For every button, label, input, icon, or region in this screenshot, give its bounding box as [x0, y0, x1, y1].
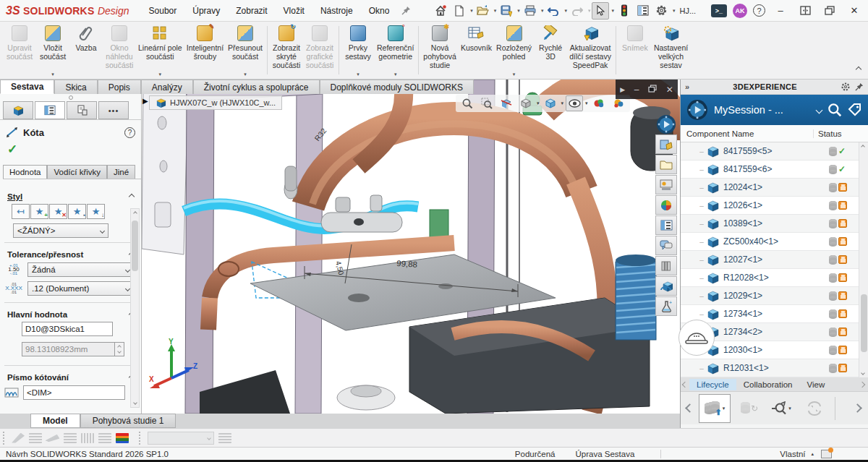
dimension-main-label[interactable]: 99,88 [396, 259, 418, 269]
component-row[interactable]: –8417559<6>✓ [681, 161, 868, 179]
tab-zivotni-cyklus[interactable]: Životní cyklus a spolupráce [193, 80, 320, 94]
col-component-name[interactable]: Component Name [681, 129, 813, 138]
forum-icon[interactable] [655, 236, 677, 255]
configurationmanager-tab[interactable] [67, 101, 97, 119]
appearances-icon[interactable] [655, 195, 677, 215]
menu-nastroje[interactable]: Nástroje [312, 0, 361, 22]
menu-soubor[interactable]: Soubor [141, 0, 185, 22]
doc-minimize-button[interactable]: – [634, 85, 639, 95]
design-library-icon[interactable] [655, 134, 677, 154]
tab-skica[interactable]: Skica [54, 80, 97, 94]
print-dropdown[interactable]: ▾ [541, 8, 544, 14]
toolbar-scroll-left-icon[interactable] [685, 403, 694, 413]
save-to-platform-button[interactable]: ⬆ ▾ [699, 394, 731, 423]
featuremanager-tree-tab[interactable] [3, 101, 33, 119]
print-icon[interactable] [522, 2, 539, 20]
tab-sestava[interactable]: Sestava [0, 80, 54, 94]
ribbon-mate[interactable]: Vazba [69, 22, 103, 79]
insert-component-dropdown[interactable]: ▾ [51, 72, 54, 77]
component-row[interactable]: –R12031<1> [681, 359, 868, 377]
heat-exchanger[interactable] [616, 254, 656, 340]
exploded-view-dropdown[interactable]: ▾ [513, 72, 516, 77]
restore-button[interactable] [820, 2, 839, 20]
assistant-hardhat-icon[interactable] [678, 320, 715, 356]
tolerance-section-header[interactable]: Tolerance/přesnost [0, 247, 141, 260]
session-dropdown-icon[interactable] [816, 106, 823, 114]
save-dropdown[interactable]: ▾ [517, 8, 520, 14]
tab-popis[interactable]: Popis [98, 80, 141, 94]
undo-icon[interactable] [545, 2, 562, 20]
ribbon-exploded-view[interactable]: Rozložený pohled ▾ [494, 22, 534, 79]
edit-appearance-icon[interactable] [590, 95, 608, 111]
select-dropdown[interactable]: ▾ [611, 8, 614, 14]
lab-flask-icon[interactable]: + [655, 296, 677, 316]
toolbar-scroll-right-icon[interactable] [853, 403, 862, 413]
component-row[interactable]: –10389<1> [681, 215, 868, 233]
help-icon[interactable]: ? [753, 4, 765, 17]
doc-close-button[interactable]: ✕ [666, 85, 673, 95]
open-icon[interactable] [475, 2, 492, 20]
options-dropdown[interactable]: ▾ [673, 8, 676, 14]
tag-icon[interactable] [848, 103, 862, 116]
zoom-area-icon[interactable] [478, 95, 495, 111]
doc-flyout-icon[interactable]: ▶ [620, 86, 625, 93]
panel-splitter-handle[interactable] [0, 94, 141, 101]
precision-select[interactable]: .12 (Dokument) [27, 281, 134, 296]
component-row[interactable]: –8417559<5>✓ [681, 142, 868, 161]
tab-vodici-krivky[interactable]: Vodící křivky [47, 165, 107, 179]
reference-geometry-dropdown[interactable]: ▾ [394, 72, 397, 77]
ribbon-large-assembly-settings[interactable]: Nastavení velkých sestav [652, 22, 690, 79]
assembly-features-dropdown[interactable]: ▾ [357, 72, 359, 77]
linear-pattern-dropdown[interactable]: ▾ [159, 72, 162, 77]
style-section-header[interactable]: Styl [0, 189, 141, 202]
view-orientation-icon[interactable] [517, 95, 535, 111]
ribbon-reference-geometry[interactable]: ° Referenční geometrie ▾ [375, 22, 416, 79]
hide-show-dropdown[interactable]: ▾ [585, 101, 588, 106]
dimension-text-section-header[interactable]: Písmo kótování [0, 370, 141, 383]
toolbar-grip[interactable] [3, 432, 6, 445]
layer-properties-icon[interactable] [116, 433, 129, 443]
menu-okno[interactable]: Okno [361, 0, 398, 22]
menu-vlozit[interactable]: Vložit [276, 0, 312, 22]
new-document-dropdown[interactable]: ▾ [470, 8, 473, 14]
ribbon-new-motion-study[interactable]: ✱ Nová pohybová studie [421, 22, 459, 79]
panel-help-icon[interactable]: ? [124, 127, 135, 138]
custom-properties-icon[interactable] [655, 215, 677, 235]
tolerance-select[interactable]: Žádná [27, 262, 134, 277]
hide-show-items-icon[interactable] [566, 95, 583, 111]
select-cursor-icon[interactable] [592, 2, 609, 20]
ribbon-bom[interactable]: Kusovník [459, 22, 494, 79]
library-books-icon[interactable] [655, 256, 677, 275]
tab-model[interactable]: Model [30, 414, 80, 428]
primary-value-section-header[interactable]: Hlavní hodnota [0, 307, 141, 320]
ribbon-collapse-button[interactable] [849, 57, 868, 79]
ribbon-assembly-features[interactable]: Prvky sestavy ▾ [341, 22, 375, 79]
file-explorer-icon[interactable] [655, 155, 677, 174]
featuremanager-flyout-icon[interactable]: ▶ [142, 97, 148, 105]
tab-jine[interactable]: Jiné [107, 165, 135, 179]
task-manager-icon[interactable] [634, 2, 652, 20]
console-icon[interactable]: >_ [711, 4, 727, 17]
compass-icon[interactable] [686, 99, 708, 121]
component-row[interactable]: –R12028<1> [681, 269, 868, 287]
ribbon-linear-pattern[interactable]: Lineární pole součásti ▾ [136, 22, 184, 79]
pin-menu-icon[interactable] [397, 2, 414, 20]
search-icon[interactable] [827, 103, 842, 117]
more-tabs-button[interactable]: ••• [98, 101, 129, 119]
tab-doplnkove-moduly[interactable]: Doplňkové moduly SOLIDWORKS [320, 80, 474, 94]
component-list-scrollbar[interactable] [859, 142, 868, 377]
options-gear-icon[interactable] [653, 2, 671, 20]
component-row[interactable]: –ZC500x40<1> [681, 233, 868, 251]
tab-lifecycle[interactable]: Lifecycle [689, 379, 736, 390]
spinner-arrows[interactable] [114, 342, 124, 356]
tab-collaboration[interactable]: Collaboration [736, 379, 800, 390]
open-dropdown[interactable]: ▾ [494, 8, 497, 14]
dimension-value-spinner[interactable] [22, 342, 124, 356]
component-row[interactable]: –12029<1> [681, 287, 868, 305]
display-style-dropdown[interactable]: ▾ [561, 101, 564, 106]
panel-pin-icon[interactable] [855, 82, 864, 91]
ribbon-instant3d[interactable]: Rychlé 3D [534, 22, 567, 79]
home-icon[interactable] [432, 2, 449, 20]
panel-scrollbar[interactable] [130, 208, 140, 408]
status-units[interactable]: Vlastní [780, 450, 805, 458]
